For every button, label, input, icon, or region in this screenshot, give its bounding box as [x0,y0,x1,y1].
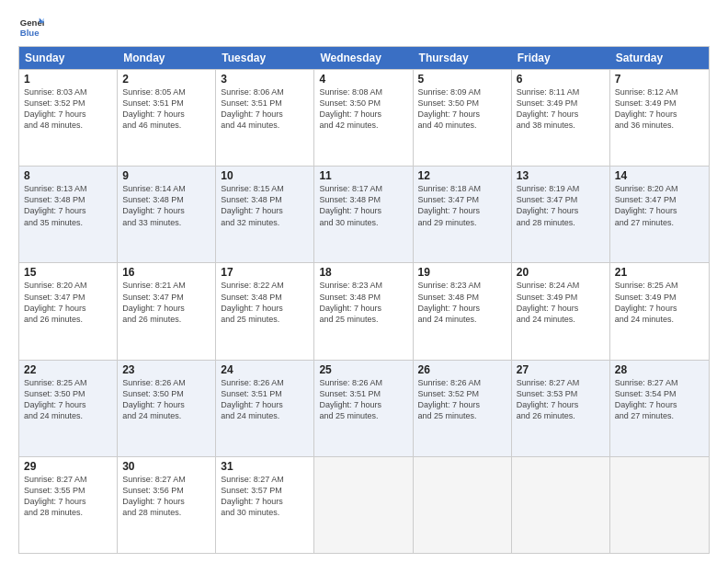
calendar-cell [314,457,413,553]
calendar-cell: 26Sunrise: 8:26 AM Sunset: 3:52 PM Dayli… [414,361,512,456]
day-info: Sunrise: 8:12 AM Sunset: 3:49 PM Dayligh… [615,86,704,132]
day-number: 3 [221,73,309,86]
calendar-cell: 20Sunrise: 8:24 AM Sunset: 3:49 PM Dayli… [512,263,610,359]
calendar-cell: 11Sunrise: 8:17 AM Sunset: 3:48 PM Dayli… [314,167,413,262]
day-info: Sunrise: 8:13 AM Sunset: 3:48 PM Dayligh… [24,183,112,228]
logo-icon: General Blue [18,15,44,40]
day-info: Sunrise: 8:05 AM Sunset: 3:51 PM Dayligh… [122,86,210,132]
day-number: 8 [24,169,112,182]
calendar-cell: 12Sunrise: 8:18 AM Sunset: 3:47 PM Dayli… [414,167,512,262]
weekday-header: Thursday [414,47,512,69]
day-info: Sunrise: 8:14 AM Sunset: 3:48 PM Dayligh… [122,183,210,228]
calendar-row: 1Sunrise: 8:03 AM Sunset: 3:52 PM Daylig… [19,69,709,166]
calendar-row: 22Sunrise: 8:25 AM Sunset: 3:50 PM Dayli… [19,360,709,456]
day-number: 17 [221,266,309,279]
calendar-cell [512,457,610,553]
calendar-cell: 8Sunrise: 8:13 AM Sunset: 3:48 PM Daylig… [19,167,118,262]
day-info: Sunrise: 8:25 AM Sunset: 3:49 PM Dayligh… [615,280,704,325]
day-info: Sunrise: 8:08 AM Sunset: 3:50 PM Dayligh… [319,86,407,132]
day-number: 28 [615,363,704,376]
calendar-header: SundayMondayTuesdayWednesdayThursdayFrid… [19,47,709,69]
calendar-cell: 31Sunrise: 8:27 AM Sunset: 3:57 PM Dayli… [216,457,314,553]
calendar-row: 8Sunrise: 8:13 AM Sunset: 3:48 PM Daylig… [19,166,709,262]
calendar-cell: 19Sunrise: 8:23 AM Sunset: 3:48 PM Dayli… [414,263,512,359]
calendar-cell: 30Sunrise: 8:27 AM Sunset: 3:56 PM Dayli… [118,457,216,553]
day-number: 2 [122,73,210,86]
day-info: Sunrise: 8:22 AM Sunset: 3:48 PM Dayligh… [221,280,309,325]
day-info: Sunrise: 8:27 AM Sunset: 3:55 PM Dayligh… [24,474,112,519]
weekday-header: Tuesday [216,47,314,69]
day-number: 20 [517,266,605,279]
calendar-cell: 13Sunrise: 8:19 AM Sunset: 3:47 PM Dayli… [512,167,610,262]
day-number: 13 [517,169,605,182]
calendar-cell: 24Sunrise: 8:26 AM Sunset: 3:51 PM Dayli… [216,361,314,456]
day-info: Sunrise: 8:26 AM Sunset: 3:52 PM Dayligh… [418,377,506,422]
calendar-cell: 21Sunrise: 8:25 AM Sunset: 3:49 PM Dayli… [610,263,709,359]
day-info: Sunrise: 8:03 AM Sunset: 3:52 PM Dayligh… [24,86,112,132]
calendar-cell: 29Sunrise: 8:27 AM Sunset: 3:55 PM Dayli… [19,457,118,553]
calendar-cell: 6Sunrise: 8:11 AM Sunset: 3:49 PM Daylig… [512,70,610,166]
calendar-cell: 7Sunrise: 8:12 AM Sunset: 3:49 PM Daylig… [610,70,709,166]
day-number: 7 [615,73,704,86]
day-number: 23 [122,363,210,376]
day-info: Sunrise: 8:27 AM Sunset: 3:56 PM Dayligh… [122,474,210,519]
day-info: Sunrise: 8:21 AM Sunset: 3:47 PM Dayligh… [122,280,210,325]
header: General Blue [18,15,710,40]
calendar-cell: 27Sunrise: 8:27 AM Sunset: 3:53 PM Dayli… [512,361,610,456]
calendar-cell: 2Sunrise: 8:05 AM Sunset: 3:51 PM Daylig… [118,70,216,166]
calendar-cell: 1Sunrise: 8:03 AM Sunset: 3:52 PM Daylig… [19,70,118,166]
calendar-cell: 28Sunrise: 8:27 AM Sunset: 3:54 PM Dayli… [610,361,709,456]
day-number: 22 [24,363,112,376]
calendar-cell: 22Sunrise: 8:25 AM Sunset: 3:50 PM Dayli… [19,361,118,456]
day-info: Sunrise: 8:20 AM Sunset: 3:47 PM Dayligh… [24,280,112,325]
day-number: 24 [221,363,309,376]
day-number: 25 [319,363,407,376]
day-info: Sunrise: 8:11 AM Sunset: 3:49 PM Dayligh… [517,86,605,132]
calendar-cell [414,457,512,553]
logo: General Blue [18,15,33,40]
day-info: Sunrise: 8:27 AM Sunset: 3:54 PM Dayligh… [615,377,704,422]
calendar-body: 1Sunrise: 8:03 AM Sunset: 3:52 PM Daylig… [19,69,709,553]
weekday-header: Friday [512,47,610,69]
day-number: 11 [319,169,407,182]
day-number: 14 [615,169,704,182]
day-number: 21 [615,266,704,279]
day-number: 6 [517,73,605,86]
day-number: 29 [24,460,112,473]
day-number: 4 [319,73,407,86]
day-number: 31 [221,460,309,473]
calendar-cell: 18Sunrise: 8:23 AM Sunset: 3:48 PM Dayli… [314,263,413,359]
weekday-header: Sunday [19,47,118,69]
day-number: 26 [418,363,506,376]
day-info: Sunrise: 8:15 AM Sunset: 3:48 PM Dayligh… [221,183,309,228]
svg-text:Blue: Blue [20,28,40,38]
calendar-cell: 23Sunrise: 8:26 AM Sunset: 3:50 PM Dayli… [118,361,216,456]
day-number: 16 [122,266,210,279]
calendar-cell: 4Sunrise: 8:08 AM Sunset: 3:50 PM Daylig… [314,70,413,166]
calendar-cell: 14Sunrise: 8:20 AM Sunset: 3:47 PM Dayli… [610,167,709,262]
day-info: Sunrise: 8:09 AM Sunset: 3:50 PM Dayligh… [418,86,506,132]
day-info: Sunrise: 8:25 AM Sunset: 3:50 PM Dayligh… [24,377,112,422]
calendar-cell: 9Sunrise: 8:14 AM Sunset: 3:48 PM Daylig… [118,167,216,262]
day-number: 12 [418,169,506,182]
day-number: 19 [418,266,506,279]
calendar-row: 29Sunrise: 8:27 AM Sunset: 3:55 PM Dayli… [19,456,709,553]
calendar-cell: 10Sunrise: 8:15 AM Sunset: 3:48 PM Dayli… [216,167,314,262]
page: General Blue SundayMondayTuesdayWednesda… [0,0,728,563]
day-number: 9 [122,169,210,182]
day-info: Sunrise: 8:20 AM Sunset: 3:47 PM Dayligh… [615,183,704,228]
weekday-header: Wednesday [314,47,413,69]
day-number: 27 [517,363,605,376]
calendar-cell: 16Sunrise: 8:21 AM Sunset: 3:47 PM Dayli… [118,263,216,359]
calendar-cell: 17Sunrise: 8:22 AM Sunset: 3:48 PM Dayli… [216,263,314,359]
day-info: Sunrise: 8:24 AM Sunset: 3:49 PM Dayligh… [517,280,605,325]
day-number: 1 [24,73,112,86]
day-info: Sunrise: 8:17 AM Sunset: 3:48 PM Dayligh… [319,183,407,228]
calendar-cell: 3Sunrise: 8:06 AM Sunset: 3:51 PM Daylig… [216,70,314,166]
weekday-header: Saturday [610,47,709,69]
day-number: 10 [221,169,309,182]
calendar: SundayMondayTuesdayWednesdayThursdayFrid… [18,46,710,554]
calendar-cell: 5Sunrise: 8:09 AM Sunset: 3:50 PM Daylig… [414,70,512,166]
calendar-cell [610,457,709,553]
calendar-row: 15Sunrise: 8:20 AM Sunset: 3:47 PM Dayli… [19,262,709,359]
